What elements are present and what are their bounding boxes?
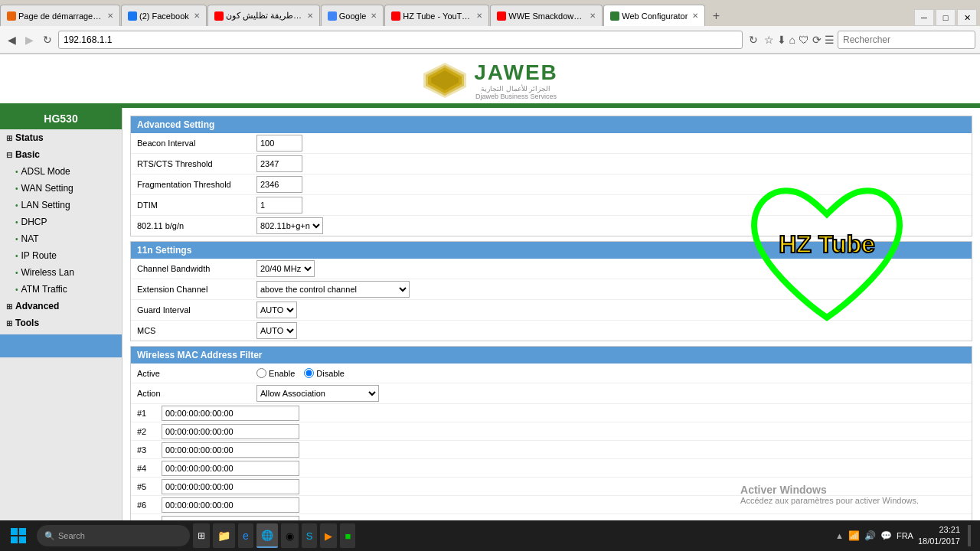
download-icon[interactable]: ⬇ (777, 34, 786, 46)
mac-2-label: #2 (131, 425, 162, 438)
search-bar[interactable] (838, 31, 975, 49)
mac-disable-label[interactable]: Disable (304, 368, 345, 378)
jaweb-subtitle: الجزائر للأعمال التجارية (474, 85, 558, 93)
sidebar-item-tools[interactable]: ⊞ Tools (0, 315, 122, 331)
page-header: JAWEB الجزائر للأعمال التجارية Djaweb Bu… (0, 54, 980, 103)
close-button[interactable]: ✕ (957, 9, 977, 26)
tab-6-close[interactable]: ✕ (590, 11, 596, 20)
tab-5-close[interactable]: ✕ (476, 11, 482, 20)
taskbar-app[interactable]: ■ (340, 523, 355, 548)
mac-1-input[interactable] (162, 406, 299, 421)
taskbar-chrome[interactable]: ◉ (281, 523, 299, 548)
mac-enable-label[interactable]: Enable (256, 368, 295, 378)
sidebar-item-status[interactable]: ⊞ Status (0, 129, 122, 146)
rts-cts-input[interactable] (256, 155, 302, 172)
bgn-mode-label: 802.11 b/g/n (131, 219, 253, 233)
taskbar-explorer[interactable]: 📁 (213, 523, 235, 548)
tab-5[interactable]: HZ Tube - YouTube ✕ (384, 5, 489, 26)
sidebar-item-wan[interactable]: • WAN Setting (0, 180, 122, 197)
shield-icon[interactable]: 🛡 (799, 34, 809, 46)
tray-up-arrow[interactable]: ▲ (835, 531, 844, 540)
sidebar-item-wireless-lan[interactable]: • Wireless Lan (0, 264, 122, 281)
sidebar-item-adsl[interactable]: • ADSL Mode (0, 163, 122, 180)
bookmark-icon[interactable]: ☆ (764, 34, 774, 46)
sidebar-item-advanced[interactable]: ⊞ Advanced (0, 298, 122, 315)
jaweb-logo-icon (422, 61, 468, 99)
sidebar-item-nat[interactable]: • NAT (0, 230, 122, 247)
sidebar-label-ip-route: IP Route (21, 250, 57, 261)
mac-disable-radio[interactable] (304, 368, 314, 378)
taskbar-skype[interactable]: S (302, 523, 318, 548)
mac-entry-4: #4 (131, 459, 972, 478)
ie-icon: e (243, 530, 249, 542)
taskbar-vlc[interactable]: ▶ (320, 523, 337, 548)
window-controls: ─ □ ✕ (914, 9, 980, 26)
mac-enable-radio[interactable] (256, 368, 266, 378)
bullet-icon: • (15, 252, 18, 260)
guard-interval-select[interactable]: AUTO (256, 302, 297, 318)
tab-7[interactable]: Web Configurator ✕ (603, 5, 705, 26)
tab-1[interactable]: Page de démarrage de ... ✕ (0, 5, 120, 26)
taskbar-browser[interactable]: 🌐 (256, 523, 278, 548)
reload-button[interactable]: ↻ (746, 32, 761, 47)
tab-3[interactable]: يوتيوب طريقة تظليش كون ... ✕ (207, 5, 320, 26)
mcs-select[interactable]: AUTO (256, 322, 297, 339)
mac-4-input[interactable] (162, 461, 299, 476)
menu-icon[interactable]: ☰ (825, 34, 835, 46)
network-icon[interactable]: 📶 (848, 530, 860, 541)
tab-2-label: (2) Facebook (139, 11, 189, 21)
sidebar-label-nat: NAT (21, 233, 39, 244)
sidebar-item-basic[interactable]: ⊟ Basic (0, 146, 122, 163)
sidebar-item-lan[interactable]: • LAN Setting (0, 197, 122, 214)
tab-3-close[interactable]: ✕ (307, 11, 313, 20)
tab-4[interactable]: Google ✕ (321, 5, 384, 26)
clock[interactable]: 23:21 18/01/2017 (918, 524, 960, 548)
refresh-button[interactable]: ↻ (40, 32, 55, 47)
new-tab-button[interactable]: + (706, 6, 726, 26)
notification-icon[interactable]: 💬 (880, 530, 892, 541)
minimize-button[interactable]: ─ (914, 9, 934, 26)
tab-2[interactable]: (2) Facebook ✕ (121, 5, 207, 26)
mac-6-input[interactable] (162, 497, 299, 513)
task-view-button[interactable]: ⊞ (193, 523, 210, 548)
bgn-mode-select[interactable]: 802.11b+g+n (256, 217, 323, 234)
mac-3-input[interactable] (162, 442, 299, 458)
beacon-interval-row: Beacon Interval (131, 133, 972, 154)
11n-settings-header: 11n Settings (131, 242, 972, 259)
home-icon[interactable]: ⌂ (789, 34, 795, 46)
tab-1-close[interactable]: ✕ (107, 11, 113, 20)
tab-7-close[interactable]: ✕ (692, 11, 698, 20)
tab-4-favicon (328, 11, 337, 21)
volume-icon[interactable]: 🔊 (864, 530, 876, 541)
tab-6[interactable]: WWE Smackdown 17 Ja... ✕ (490, 5, 603, 26)
mac-5-input[interactable] (162, 479, 299, 494)
fragmentation-input[interactable] (256, 176, 302, 193)
mac-2-input[interactable] (162, 424, 299, 439)
dtim-input[interactable] (256, 197, 302, 214)
language-indicator[interactable]: FRA (897, 531, 913, 540)
taskbar-ie[interactable]: e (238, 523, 253, 548)
address-bar[interactable]: 192.168.1.1 (58, 31, 743, 49)
advanced-setting-section: Advanced Setting Beacon Interval RTS/CTS… (130, 116, 972, 236)
sidebar-item-atm[interactable]: • ATM Traffic (0, 281, 122, 298)
sidebar-item-dhcp[interactable]: • DHCP (0, 214, 122, 230)
skype-icon: S (306, 530, 313, 542)
mac-3-label: #3 (131, 444, 162, 456)
chrome-icon: ◉ (286, 530, 294, 542)
back-button[interactable]: ◀ (5, 32, 19, 47)
maximize-button[interactable]: □ (936, 9, 956, 26)
extension-channel-label: Extension Channel (131, 282, 253, 296)
channel-bandwidth-select[interactable]: 20/40 MHz (256, 260, 315, 277)
sidebar-item-ip-route[interactable]: • IP Route (0, 247, 122, 264)
taskbar-search[interactable]: 🔍 Search (37, 525, 190, 546)
bullet-icon: • (15, 235, 18, 243)
tab-4-close[interactable]: ✕ (371, 11, 377, 20)
extension-channel-select[interactable]: above the control channel (256, 281, 410, 298)
mac-action-select[interactable]: Allow Association Deny Association (256, 385, 379, 402)
forward-button[interactable]: ▶ (22, 32, 37, 47)
start-button[interactable] (3, 522, 34, 549)
sync-icon[interactable]: ⟳ (812, 34, 822, 46)
beacon-interval-input[interactable] (256, 135, 302, 152)
show-desktop-button[interactable] (968, 525, 971, 546)
tab-2-close[interactable]: ✕ (194, 11, 200, 20)
